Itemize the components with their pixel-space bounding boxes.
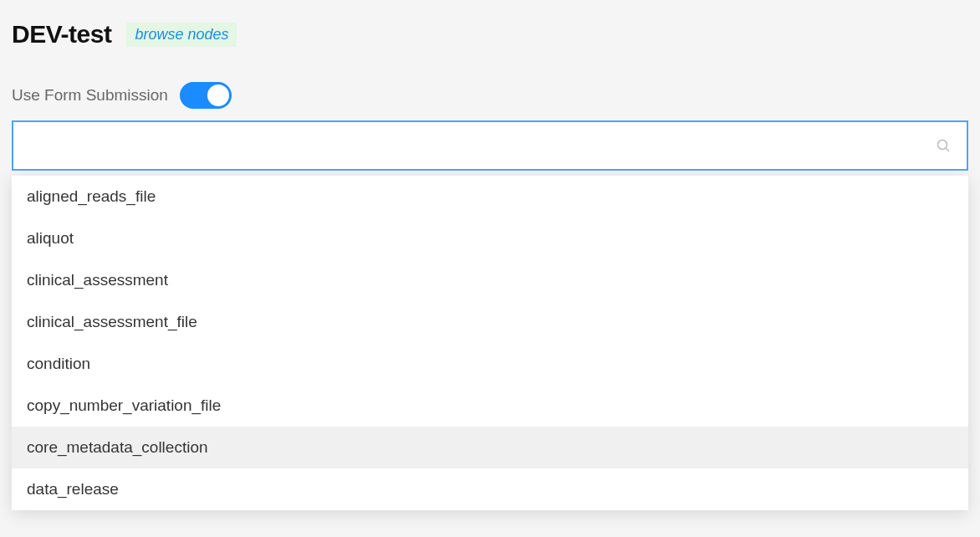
- dropdown-item[interactable]: aligned_reads_file: [12, 176, 968, 217]
- dropdown-item[interactable]: core_metadata_collection: [12, 427, 968, 468]
- dropdown-item[interactable]: data_release: [12, 468, 968, 510]
- search-wrap: [12, 120, 968, 171]
- toggle-label: Use Form Submission: [12, 86, 168, 105]
- dropdown-item[interactable]: copy_number_variation_file: [12, 385, 968, 427]
- node-search-input[interactable]: [12, 120, 968, 171]
- header: DEV-test browse nodes: [12, 20, 968, 49]
- page-title: DEV-test: [12, 20, 111, 49]
- dropdown-item[interactable]: aliquot: [12, 217, 968, 259]
- browse-nodes-link[interactable]: browse nodes: [126, 23, 237, 47]
- dropdown-item[interactable]: clinical_assessment_file: [12, 301, 968, 343]
- form-submission-toggle[interactable]: [180, 82, 232, 109]
- dropdown-item[interactable]: clinical_assessment: [12, 259, 968, 301]
- node-dropdown: aligned_reads_filealiquotclinical_assess…: [12, 176, 968, 510]
- toggle-knob: [207, 84, 229, 106]
- form-submission-toggle-row: Use Form Submission: [12, 82, 968, 109]
- dropdown-item[interactable]: condition: [12, 343, 968, 385]
